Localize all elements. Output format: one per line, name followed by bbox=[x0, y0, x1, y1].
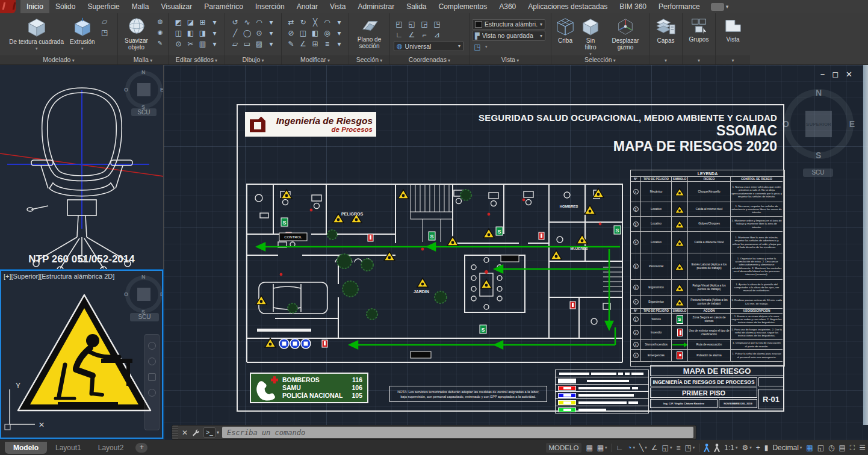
rectangle-icon[interactable]: ▭ bbox=[242, 39, 253, 49]
viewport-cube-icon[interactable]: ◳ bbox=[472, 42, 483, 52]
menu-tab-a360[interactable]: A360 bbox=[493, 0, 522, 13]
annotation-monitor-icon[interactable]: + bbox=[756, 444, 760, 452]
dropdown-caret-icon[interactable]: ▾ bbox=[485, 45, 488, 49]
model-space-toggle[interactable]: MODELO bbox=[546, 443, 582, 453]
restore-icon[interactable]: ◻ bbox=[832, 70, 846, 79]
union-icon[interactable]: ◫ bbox=[173, 28, 184, 38]
scu-badge[interactable]: SCU bbox=[131, 108, 157, 116]
erase-icon[interactable]: ⊘ bbox=[286, 28, 297, 38]
annotation-visibility-icon[interactable] bbox=[704, 444, 710, 452]
ucs-origin-icon[interactable]: ∟ bbox=[394, 30, 405, 40]
viewcube-face[interactable]: SUPERIOR bbox=[805, 111, 832, 137]
command-bar-grip[interactable] bbox=[172, 426, 178, 439]
mirror-icon[interactable]: ◧ bbox=[310, 28, 321, 38]
vista-button[interactable]: Vista bbox=[722, 16, 745, 55]
vertical-scrollbar[interactable] bbox=[863, 65, 868, 425]
thicken-icon[interactable]: ⊞ bbox=[197, 17, 208, 27]
viewcube[interactable]: SUPERIOR N S O E bbox=[784, 89, 854, 159]
customize-wrench-icon[interactable] bbox=[191, 429, 200, 437]
viewcube-north[interactable]: N bbox=[141, 69, 146, 75]
panel-label-grupos[interactable] bbox=[683, 55, 715, 64]
isometric-draft-icon[interactable]: ╲▾ bbox=[639, 444, 647, 452]
dropdown-caret-icon[interactable]: ▾ bbox=[334, 17, 345, 27]
scale-icon[interactable]: ∠ bbox=[298, 39, 309, 49]
viewcube-west[interactable]: O bbox=[124, 291, 128, 297]
menu-tab-superficie[interactable]: Superficie bbox=[81, 0, 125, 13]
panel-label-coordenadas[interactable]: Coordenadas bbox=[390, 55, 469, 64]
transparency-icon[interactable]: ◳▾ bbox=[684, 444, 695, 452]
polysolid-icon[interactable]: ▱ bbox=[99, 17, 110, 26]
menu-tab-parametrico[interactable]: Paramétrico bbox=[198, 0, 249, 13]
menu-tab-insercion[interactable]: Inserción bbox=[249, 0, 291, 13]
object-snap-tracking-icon[interactable]: ∠ bbox=[651, 444, 658, 452]
dropdown-caret-icon[interactable]: ▾ bbox=[209, 28, 220, 38]
graphics-performance-icon[interactable]: ◱ bbox=[817, 444, 824, 452]
panel-label-vista[interactable]: Vista bbox=[470, 55, 551, 64]
viewport-label[interactable]: [+][Superior][Estructura alámbrica 2D] bbox=[4, 273, 114, 280]
ucs-face-icon[interactable]: ◲ bbox=[419, 19, 430, 29]
polar-tracking-icon[interactable]: ◔▾ bbox=[627, 444, 635, 452]
panel-label-modelado[interactable]: Modelado bbox=[0, 55, 117, 64]
dropdown-caret-icon[interactable]: ▾ bbox=[334, 39, 345, 49]
close-icon[interactable]: ✕ bbox=[846, 70, 860, 79]
ucs-view-icon[interactable]: ◳ bbox=[432, 19, 442, 29]
viewcube-mini[interactable]: N S O E bbox=[125, 276, 163, 313]
explode-icon[interactable]: ≡ bbox=[322, 39, 333, 49]
command-line[interactable]: ✕ >_ ▾ bbox=[172, 425, 696, 440]
mesh-edit-icon[interactable]: ✎ bbox=[155, 39, 166, 48]
scu-badge[interactable]: SCU bbox=[130, 313, 159, 321]
menu-tab-visualizar[interactable]: Visualizar bbox=[155, 0, 198, 13]
ucs-named-icon[interactable]: ⊿ bbox=[432, 30, 442, 40]
mesh-crease-icon[interactable]: ◉ bbox=[155, 28, 166, 37]
gizmo-button[interactable]: Desplazar gizmo bbox=[604, 16, 646, 55]
polyline-icon[interactable]: ↺ bbox=[230, 17, 241, 27]
box-primitive-button[interactable]: De textura cuadrada▾ bbox=[7, 16, 66, 55]
command-input[interactable] bbox=[222, 427, 693, 438]
imprint-icon[interactable]: ⊙ bbox=[173, 39, 184, 49]
menu-tab-performance[interactable]: Performance bbox=[653, 0, 706, 13]
shell-icon[interactable]: ✂ bbox=[185, 39, 196, 49]
extract-edges-icon[interactable]: ◨ bbox=[197, 28, 208, 38]
viewcube-north[interactable]: N bbox=[816, 88, 822, 98]
offset-icon[interactable]: ◎ bbox=[322, 28, 333, 38]
viewcube-east[interactable]: E bbox=[160, 291, 163, 297]
panel-label-seleccion[interactable]: Selección bbox=[551, 55, 649, 64]
dropdown-caret-icon[interactable]: ▾ bbox=[209, 17, 220, 27]
array-icon[interactable]: ⊞ bbox=[310, 39, 321, 49]
ortho-mode-icon[interactable]: ∟ bbox=[616, 444, 624, 452]
tab-modelo[interactable]: Modelo bbox=[5, 442, 47, 454]
model-space-viewport[interactable]: −◻✕ SUPERIOR N S O E SCU Ingeniería de R… bbox=[164, 65, 868, 440]
workspace-switching-icon[interactable]: ⚙▾ bbox=[742, 444, 752, 452]
circle-icon[interactable]: ◯ bbox=[242, 28, 253, 38]
zoom-icon[interactable] bbox=[148, 373, 156, 381]
ucs-selector[interactable]: ◍ Universal ▾ bbox=[394, 41, 463, 51]
ribbon-display-toggle[interactable]: ▾ bbox=[711, 0, 729, 13]
navigation-bar[interactable] bbox=[144, 334, 160, 430]
menu-tab-complementos[interactable]: Complementos bbox=[433, 0, 494, 13]
lineweight-icon[interactable]: ≡ bbox=[676, 444, 680, 452]
stretch-icon[interactable]: ✎ bbox=[286, 39, 297, 49]
dropdown-caret-icon[interactable]: ▾ bbox=[334, 28, 345, 38]
orbit-icon[interactable] bbox=[148, 389, 156, 397]
copy-icon[interactable]: ◫ bbox=[298, 28, 309, 38]
grid-display-icon[interactable]: ▦ bbox=[586, 444, 592, 452]
slice-icon[interactable]: ◩ bbox=[173, 17, 184, 27]
scu-badge[interactable]: SCU bbox=[803, 169, 833, 177]
rotate-icon[interactable]: ↻ bbox=[298, 17, 309, 27]
annotation-scale-value[interactable]: 1:1▾ bbox=[724, 444, 737, 452]
menu-tab-bim360[interactable]: BIM 360 bbox=[613, 0, 653, 13]
menu-tab-aplicaciones[interactable]: Aplicaciones destacadas bbox=[522, 0, 613, 13]
viewcube-mini[interactable]: N S O E bbox=[125, 71, 163, 108]
sin-filtro-button[interactable]: Sin filtro▾ bbox=[579, 16, 602, 55]
trim-icon[interactable]: ╳ bbox=[310, 17, 321, 27]
dropdown-caret-icon[interactable]: ▾ bbox=[266, 17, 277, 27]
menu-tab-administrar[interactable]: Administrar bbox=[352, 0, 400, 13]
spline-icon[interactable]: ∿ bbox=[242, 17, 253, 27]
panel-label-malla[interactable]: Malla bbox=[118, 55, 168, 64]
plot-icon[interactable]: ▤ bbox=[839, 444, 845, 452]
hatch-icon[interactable]: ▨ bbox=[254, 39, 265, 49]
capas-button[interactable]: Capas bbox=[654, 16, 678, 55]
quick-calc-icon[interactable]: ▦ bbox=[806, 444, 813, 452]
full-nav-wheel-icon[interactable] bbox=[148, 342, 156, 350]
viewcube-east[interactable]: E bbox=[160, 87, 164, 93]
